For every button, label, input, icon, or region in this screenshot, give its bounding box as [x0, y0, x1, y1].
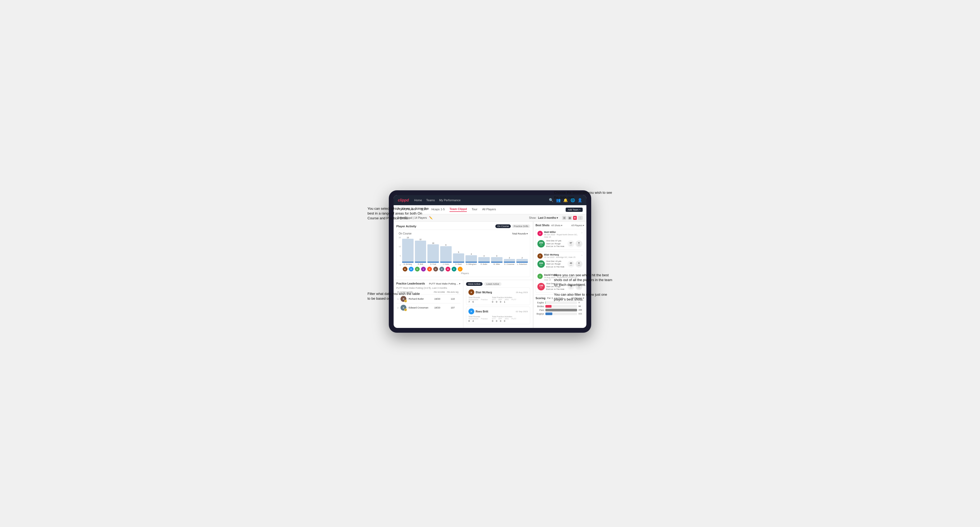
player-avatar[interactable]: G [433, 267, 438, 271]
tab-team-clippd[interactable]: Team Clippd [450, 207, 467, 212]
most-active-panel: Most Active Least Active B Blair McHarg … [463, 280, 533, 328]
chart-dropdown[interactable]: Total Rounds ▾ [512, 232, 528, 235]
scoring-bar-fill [546, 305, 552, 308]
avatar: R [468, 308, 474, 314]
on-course-toggle[interactable]: On Course [495, 224, 511, 228]
grid-view-button[interactable]: ⊞ [562, 216, 566, 220]
player-name: Edward Crossman [409, 306, 428, 309]
practice-dropdown[interactable]: PUTT Must Make Putting ... ▾ [429, 283, 460, 285]
players-filter-dropdown[interactable]: All Players ▾ [571, 224, 584, 227]
bar-fill [466, 255, 477, 263]
bar-group-8[interactable]: 2E. Crossman [504, 257, 515, 265]
scoring-bar-label: Bogeys [536, 313, 544, 315]
tab-tour[interactable]: Tour [472, 208, 477, 211]
y-label-5: 5 [399, 255, 401, 257]
player-avatar[interactable]: B [402, 267, 407, 271]
list-view-button[interactable]: ▦ [568, 216, 572, 220]
nav-link-teams[interactable]: Teams [426, 198, 435, 202]
chevron-down-icon: ▾ [557, 216, 558, 219]
bar-name: L. Robertson [517, 263, 527, 265]
putt-label: PUTT [511, 318, 516, 320]
tab-hcaps[interactable]: Hcaps 1-5 [431, 208, 445, 211]
player-avatar[interactable]: M [445, 267, 450, 271]
tournament-label: Tournament [468, 298, 478, 300]
shot-card[interactable]: M Matt Miller 09 Jun 2023 · Royal North … [536, 229, 584, 250]
shot-player-name: Matt Miller [544, 231, 580, 233]
player-activity-panel: Player Activity On Course Practice Drill… [394, 222, 533, 280]
player-avatar[interactable]: E [452, 267, 457, 271]
bar-group-7[interactable]: 3M. Miller [491, 255, 503, 265]
bar-name: M. Miller [493, 263, 500, 265]
rank-badge: 1 [404, 300, 407, 302]
bar-group-0[interactable]: 13B. McHarg [402, 237, 414, 265]
lb-rank: 2 [397, 306, 398, 309]
player-avatar[interactable]: L [458, 267, 463, 271]
most-active-tab[interactable]: Most Active [466, 282, 482, 286]
bar-value: 2 [522, 257, 523, 259]
putt-val: 1 [504, 300, 505, 303]
left-middle-panel: Player Activity On Course Practice Drill… [394, 222, 533, 328]
app-label: APP [498, 298, 502, 300]
metric-val: 67 [570, 242, 572, 244]
player-avatar[interactable]: R [439, 267, 444, 271]
show-filter: Show: Last 3 months ▾ [529, 216, 558, 219]
player-avatar[interactable]: E [427, 267, 432, 271]
metric-unit: yds [570, 244, 572, 246]
player-avatar[interactable]: R [409, 267, 414, 271]
nav-link-performance[interactable]: My Performance [439, 198, 461, 202]
heart-view-button[interactable]: ♥ [573, 216, 577, 220]
bar-group-4[interactable]: 5E. Ebert [453, 251, 465, 265]
bar-fill [428, 244, 439, 263]
pb-avg: 110 [446, 298, 460, 300]
bar-group-6[interactable]: 3R. Butler [478, 255, 490, 265]
activity-date: 26 Aug 2023 [516, 291, 528, 294]
shot-score: 200 [539, 242, 543, 244]
table-row[interactable]: 2 E 2 Edward Crossman 18/20 107 [396, 303, 460, 312]
scoring-bar-value: 96 [578, 305, 584, 307]
practice-drills-toggle[interactable]: Practice Drills [512, 224, 530, 228]
chart-area: On Course Total Rounds ▾ 15 10 [396, 230, 530, 277]
nav-link-home[interactable]: Home [414, 198, 422, 202]
arg-val: 0 [500, 320, 501, 322]
activity-card[interactable]: B Blair McHarg 26 Aug 2023 Total Rounds … [466, 287, 530, 305]
avatar-row: BRDJEGRMEL [402, 267, 528, 271]
bar-fill [415, 241, 426, 263]
scoring-bar-item: Bogeys 111 [536, 313, 584, 315]
player-avatar[interactable]: J [421, 267, 426, 271]
add-team-button[interactable]: Add Team + [566, 208, 583, 212]
shot-card[interactable]: B Blair McHarg 23 Jul 2023 · Ashridge GC… [536, 252, 584, 270]
chart-label: On Course [399, 232, 412, 235]
search-icon[interactable]: 🔍 [549, 198, 554, 202]
bar-fill [504, 259, 515, 263]
scoring-bar-label: Eagles [536, 301, 544, 304]
player-avatar[interactable]: D [415, 267, 420, 271]
scoring-bar-fill [546, 309, 577, 311]
app-val: 0 [496, 300, 497, 303]
pb-score: 18/20 [431, 306, 444, 309]
shot-start-lie: Start Lie: Rough [546, 263, 566, 266]
best-shots-header: Best Shots All Shots ▾ All Players ▾ [536, 224, 584, 227]
practice-title: Practice Leaderboards [396, 282, 425, 285]
practice-label: Practice [481, 298, 488, 300]
tournament-val: 8 [468, 320, 470, 322]
timeframe-dropdown[interactable]: Last 3 months ▾ [538, 216, 558, 219]
bar-value: 3 [496, 255, 497, 257]
least-active-tab[interactable]: Least Active [484, 282, 501, 286]
best-shots-title: Best Shots [536, 224, 549, 227]
practice-values: 0 0 0 0 [492, 320, 516, 322]
rounds-values: 7 6 [468, 300, 488, 303]
bar-group-3[interactable]: 9J. Coles [440, 244, 452, 265]
scoring-bar-value: 111 [578, 313, 584, 315]
bar-group-1[interactable]: 12R. Britt [415, 238, 426, 265]
settings-view-button[interactable]: ⋮ [578, 216, 583, 220]
tab-all-players[interactable]: All Players [482, 208, 496, 211]
bar-group-5[interactable]: 4G. Billingham [466, 253, 477, 265]
bar-group-2[interactable]: 10D. Ford [428, 242, 439, 265]
act-stats: Total Rounds Tournament Practice 8 4 Tot… [468, 316, 528, 322]
shot-card-header: M Matt Miller 09 Jun 2023 · Royal North … [538, 231, 582, 238]
activity-card[interactable]: R Rees Britt 02 Sep 2023 Total Rounds To… [466, 306, 530, 324]
bar-group-9[interactable]: 2L. Robertson [516, 257, 528, 265]
bar-value: 2 [509, 257, 510, 259]
scoring-bar-label: Pars [536, 309, 544, 311]
shots-filter-dropdown[interactable]: All Shots ▾ [551, 224, 562, 227]
